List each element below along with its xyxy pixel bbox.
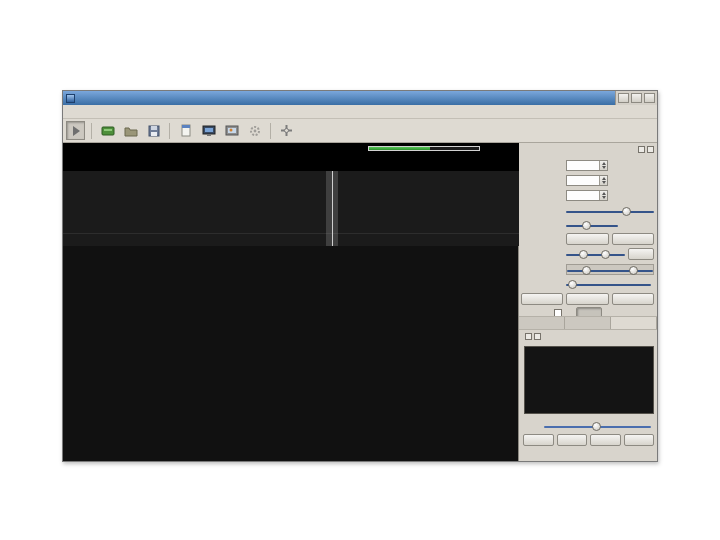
pandapter-waterfall-split-slider[interactable] xyxy=(566,221,618,230)
slider-handle[interactable] xyxy=(629,266,638,275)
window-titlebar[interactable] xyxy=(63,91,657,105)
tab-fft-settings[interactable] xyxy=(611,317,657,329)
remote-control-button[interactable] xyxy=(222,121,241,140)
udp-button[interactable] xyxy=(523,434,554,446)
fullscreen-button[interactable] xyxy=(199,121,218,140)
app-icon xyxy=(66,94,75,103)
center-freq-button[interactable] xyxy=(277,121,296,140)
bookmarks-icon xyxy=(180,124,192,137)
tuning-line[interactable] xyxy=(332,171,333,246)
spinner-arrows-icon[interactable] xyxy=(599,176,607,185)
play-button[interactable] xyxy=(590,434,621,446)
rec-button[interactable] xyxy=(557,434,588,446)
rate-value xyxy=(567,176,599,185)
meter-fill xyxy=(369,147,430,150)
audio-gain-row xyxy=(521,420,654,432)
menu-bar xyxy=(63,105,657,119)
pandapter-db-range-slider[interactable] xyxy=(566,250,625,259)
slider-handle[interactable] xyxy=(582,266,591,275)
pandapter[interactable] xyxy=(63,171,519,233)
folder-icon xyxy=(124,125,138,137)
audio-buttons xyxy=(523,434,654,446)
tab-input-controls[interactable] xyxy=(519,317,565,329)
signal-meter xyxy=(368,145,480,152)
frequency-axis xyxy=(63,233,519,246)
slider-handle[interactable] xyxy=(601,250,610,259)
io-devices-button[interactable] xyxy=(98,121,117,140)
slider-handle[interactable] xyxy=(582,221,591,230)
panel-tabs xyxy=(519,316,657,330)
slide xyxy=(0,0,720,540)
peak-hold-button[interactable] xyxy=(612,233,655,245)
slider-handle[interactable] xyxy=(568,280,577,289)
toolbar-separator xyxy=(270,123,271,139)
main-area xyxy=(63,143,657,461)
timespan-select[interactable] xyxy=(566,190,608,201)
slider-handle[interactable] xyxy=(622,207,631,216)
audio-options-button[interactable] xyxy=(624,434,655,446)
play-icon xyxy=(70,125,82,137)
slider-handle[interactable] xyxy=(579,250,588,259)
averaging-slider[interactable] xyxy=(566,207,654,216)
reset-button[interactable] xyxy=(521,293,563,305)
crosshair-icon xyxy=(280,124,293,137)
demod-button[interactable] xyxy=(612,293,654,305)
minimize-icon[interactable] xyxy=(618,93,629,103)
slider-handle[interactable] xyxy=(592,422,601,431)
float-panel-icon[interactable] xyxy=(638,146,645,153)
waterfall-db-range-slider[interactable] xyxy=(566,264,654,275)
tab-receiver-options[interactable] xyxy=(565,317,611,329)
window-controls xyxy=(615,91,657,105)
receiver-pane xyxy=(63,143,519,461)
audio-spectrum-canvas xyxy=(525,347,653,413)
open-button[interactable] xyxy=(121,121,140,140)
filter-band[interactable] xyxy=(326,171,338,246)
freq-zoom-slider[interactable] xyxy=(566,280,651,289)
lock-button[interactable] xyxy=(628,248,654,260)
spinner-arrows-icon[interactable] xyxy=(599,161,607,170)
fft-panel-header xyxy=(523,146,654,153)
screen-icon xyxy=(202,125,216,137)
save-button[interactable] xyxy=(144,121,163,140)
audio-panel-header xyxy=(523,333,654,340)
toolbar xyxy=(63,119,657,143)
close-panel-icon[interactable] xyxy=(647,146,654,153)
toolbar-separator xyxy=(169,123,170,139)
spectrum-canvas[interactable] xyxy=(63,171,519,233)
fft-size-select[interactable] xyxy=(566,160,608,171)
start-dsp-button[interactable] xyxy=(66,121,85,140)
close-panel-icon[interactable] xyxy=(534,333,541,340)
remote-screen-icon xyxy=(225,125,239,137)
gqrx-window xyxy=(62,90,658,462)
rate-select[interactable] xyxy=(566,175,608,186)
gain-slider[interactable] xyxy=(544,422,651,431)
meter-bar xyxy=(368,146,480,151)
bookmarks-button[interactable] xyxy=(176,121,195,140)
audio-spectrum xyxy=(524,346,654,414)
fft-size-value xyxy=(567,161,599,170)
center-button[interactable] xyxy=(566,293,608,305)
spinner-arrows-icon[interactable] xyxy=(599,191,607,200)
peak-detect-button[interactable] xyxy=(566,233,609,245)
close-icon[interactable] xyxy=(644,93,655,103)
settings-button[interactable] xyxy=(245,121,264,140)
gear-icon xyxy=(249,125,261,137)
waterfall-canvas[interactable] xyxy=(63,246,519,463)
frequency-display[interactable] xyxy=(63,143,519,171)
timespan-value xyxy=(567,191,599,200)
save-icon xyxy=(148,125,160,137)
device-icon xyxy=(101,125,115,137)
maximize-icon[interactable] xyxy=(631,93,642,103)
float-panel-icon[interactable] xyxy=(525,333,532,340)
toolbar-separator xyxy=(91,123,92,139)
fft-settings-panel xyxy=(519,143,657,461)
